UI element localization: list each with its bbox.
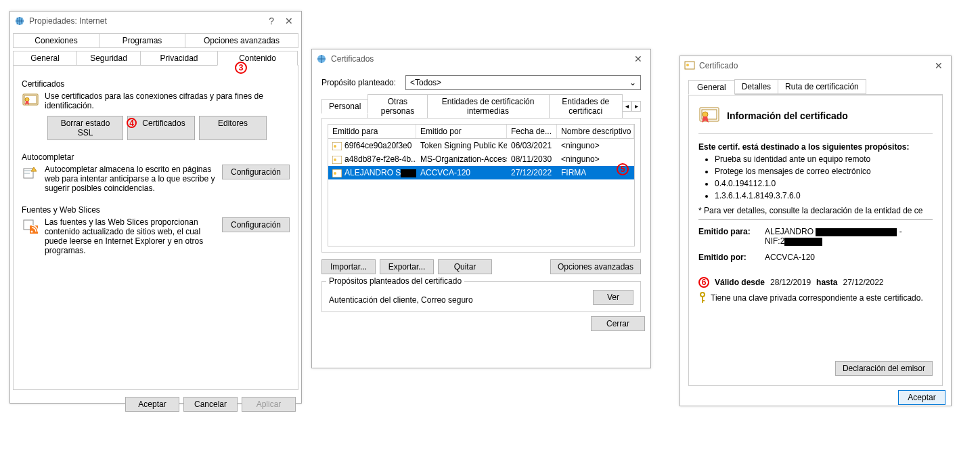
close-button[interactable]: ✕ <box>935 60 943 71</box>
tab-scroll-right[interactable]: ▸ <box>631 101 641 112</box>
titlebar: Certificado ✕ <box>680 56 951 75</box>
valid-from-label: Válido desde <box>715 278 765 287</box>
tab-advanced[interactable]: Opciones avanzadas <box>185 33 298 48</box>
purpose-bullets: Prueba su identidad ante un equipo remot… <box>708 153 933 202</box>
autocomplete-settings-button[interactable]: Configuración <box>222 165 290 179</box>
purpose-label: Propósito planteado: <box>321 78 396 87</box>
redacted <box>401 169 416 177</box>
import-button[interactable]: Importar... <box>321 259 376 274</box>
private-key-text: Tiene una clave privada correspondiente … <box>711 293 923 303</box>
certificates-button[interactable]: 4 Certificados <box>127 116 195 140</box>
titlebar: Propiedades: Internet ? ✕ <box>10 12 301 30</box>
annotation-marker-3: 3 <box>235 62 247 74</box>
svg-rect-23 <box>702 297 703 303</box>
annotation-marker-4: 4 <box>127 118 137 128</box>
window-title: Certificados <box>331 54 374 64</box>
tab-connections[interactable]: Conexiones <box>13 33 99 48</box>
key-icon <box>698 292 707 304</box>
issued-by-value: ACCVCA-120 <box>765 253 815 262</box>
view-button[interactable]: Ver <box>593 290 633 305</box>
cert-group-label: Certificados <box>22 79 290 89</box>
titlebar: Certificados ✕ <box>312 49 650 68</box>
svg-point-21 <box>703 112 708 117</box>
list-row[interactable]: a48db87e-f2e8-4b... MS-Organization-Acce… <box>328 152 634 166</box>
help-button[interactable]: ? <box>269 16 274 26</box>
tab-privacy[interactable]: Privacidad <box>140 51 218 66</box>
col-issued-to[interactable]: Emitido para <box>328 125 416 138</box>
tab-details[interactable]: Detalles <box>734 79 778 94</box>
tab-security[interactable]: Seguridad <box>76 51 141 66</box>
export-button[interactable]: Exportar... <box>380 259 434 274</box>
purposes-text: Autenticación del cliente, Correo seguro <box>329 295 473 305</box>
cancel-button[interactable]: Cancelar <box>183 397 238 412</box>
autocomplete-desc: Autocompletar almacena lo escrito en pág… <box>45 165 217 193</box>
certificate-icon <box>22 91 39 109</box>
svg-point-16 <box>334 172 336 175</box>
tab-general[interactable]: General <box>688 80 735 95</box>
cert-row-icon <box>332 169 342 177</box>
tab-programs[interactable]: Programas <box>99 33 185 48</box>
purpose-item: 0.4.0.194112.1.0 <box>715 177 933 190</box>
apply-button: Aplicar <box>242 397 296 412</box>
note-text: * Para ver detalles, consulte la declara… <box>698 206 933 215</box>
valid-to-value: 27/12/2022 <box>843 278 883 287</box>
valid-from-value: 28/12/2019 <box>770 278 811 287</box>
svg-point-18 <box>686 64 689 66</box>
advanced-button[interactable]: Opciones avanzadas <box>550 259 641 274</box>
redacted <box>784 238 822 246</box>
clear-ssl-button[interactable]: Borrar estado SSL <box>47 116 123 140</box>
tab-general[interactable]: General <box>13 51 77 66</box>
issuer-statement-button[interactable]: Declaración del emisor <box>835 361 933 376</box>
cert-row-icon <box>332 156 342 164</box>
svg-point-9 <box>31 231 33 233</box>
issued-by-label: Emitido por: <box>698 253 759 262</box>
valid-to-label: hasta <box>816 278 837 287</box>
certificates-dialog: Certificados ✕ Propósito planteado: <Tod… <box>311 49 651 368</box>
window-title: Certificado <box>699 61 738 70</box>
tab-personal[interactable]: Personal <box>321 99 368 114</box>
tab-certpath[interactable]: Ruta de certificación <box>778 79 866 94</box>
internet-properties-dialog: Propiedades: Internet ? ✕ Conexiones Pro… <box>9 11 302 404</box>
intro-text: Este certif. está destinado a los siguie… <box>698 142 933 152</box>
col-issued-by[interactable]: Emitido por <box>416 125 507 138</box>
purpose-combo[interactable]: <Todos> ⌄ <box>405 75 641 90</box>
globe-icon <box>14 16 25 26</box>
issued-to-label: Emitido para: <box>698 227 759 246</box>
ok-button[interactable]: Aceptar <box>898 390 945 405</box>
purposes-legend: Propósitos planteados del certificado <box>326 276 464 286</box>
list-row-selected[interactable]: ALEJANDRO S ACCVCA-120 27/12/2022 FIRMA <box>328 166 634 179</box>
col-expires[interactable]: Fecha de... <box>507 125 557 138</box>
remove-button[interactable]: Quitar <box>438 259 492 274</box>
feeds-desc: Las fuentes y las Web Slices proporciona… <box>45 217 217 255</box>
purpose-item: 1.3.6.1.4.1.8149.3.7.6.0 <box>715 190 933 202</box>
close-dialog-button[interactable]: Cerrar <box>591 316 645 331</box>
tab-root-truncated[interactable]: Entidades de certificaci <box>549 94 623 118</box>
rss-icon <box>22 217 39 235</box>
close-button[interactable]: ✕ <box>634 53 642 64</box>
issued-to-value: ALEJANDRO - NIF:2 <box>765 227 902 246</box>
publishers-button[interactable]: Editores <box>199 116 267 140</box>
cert-list: 69f64ce90a20f3e0 Token Signing Public Ke… <box>328 138 635 246</box>
tab-scroll-left[interactable]: ◂ <box>622 101 631 112</box>
purpose-item: Protege los mensajes de correo electróni… <box>715 165 933 177</box>
annotation-marker-6: 6 <box>698 277 709 288</box>
certificate-info-dialog: Certificado ✕ General Detalles Ruta de c… <box>680 56 952 406</box>
tab-content[interactable]: Contenido <box>217 51 298 66</box>
col-friendly[interactable]: Nombre descriptivo <box>557 125 634 138</box>
autocomplete-icon <box>22 165 39 182</box>
feeds-settings-button[interactable]: Configuración <box>222 217 290 232</box>
tab-intermediate[interactable]: Entidades de certificación intermedias <box>427 94 550 118</box>
svg-rect-8 <box>30 226 38 234</box>
cert-desc: Use certificados para las conexiones cif… <box>45 91 290 110</box>
feeds-group-label: Fuentes y Web Slices <box>22 205 290 215</box>
ok-button[interactable]: Aceptar <box>125 397 179 412</box>
list-row[interactable]: 69f64ce90a20f3e0 Token Signing Public Ke… <box>328 139 634 152</box>
tab-others[interactable]: Otras personas <box>368 94 427 118</box>
purpose-combo-value: <Todos> <box>410 78 441 87</box>
annotation-marker-5: 5 <box>617 163 629 175</box>
cert-list-header: Emitido para Emitido por Fecha de... Nom… <box>328 124 635 138</box>
close-button[interactable]: ✕ <box>285 16 293 26</box>
window-title: Propiedades: Internet <box>29 16 107 26</box>
svg-rect-24 <box>702 300 705 301</box>
cert-row-icon <box>332 142 342 150</box>
